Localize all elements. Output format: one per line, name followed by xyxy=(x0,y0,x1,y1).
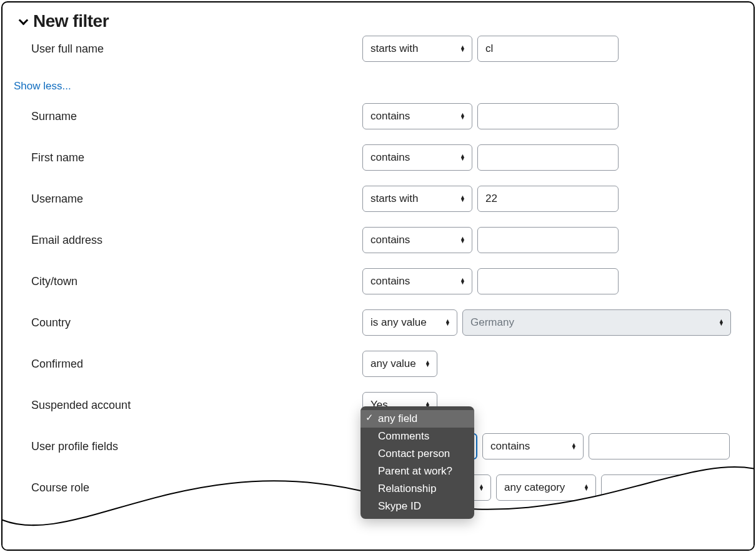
fullname-operator-select[interactable]: starts with ▲▼ xyxy=(362,36,472,62)
firstname-operator-select[interactable]: contains ▲▼ xyxy=(362,144,472,171)
select-arrows-icon: ▲▼ xyxy=(425,361,430,367)
select-arrows-icon: ▲▼ xyxy=(460,46,465,52)
label-email: Email address xyxy=(31,234,362,247)
label-surname: Surname xyxy=(31,110,362,123)
label-country: Country xyxy=(31,316,362,329)
fullname-operator-value: starts with xyxy=(371,43,419,55)
city-operator-select[interactable]: contains ▲▼ xyxy=(362,268,472,294)
country-operator-value: is any value xyxy=(371,316,427,329)
username-operator-select[interactable]: starts with ▲▼ xyxy=(362,186,472,212)
select-arrows-icon: ▲▼ xyxy=(460,113,465,119)
surname-operator-select[interactable]: contains ▲▼ xyxy=(362,103,472,129)
filter-header[interactable]: New filter xyxy=(20,11,742,31)
city-operator-value: contains xyxy=(371,275,410,288)
dropdown-item-comments[interactable]: Comments xyxy=(361,428,474,445)
show-less-link[interactable]: Show less... xyxy=(14,80,71,93)
city-input[interactable] xyxy=(477,268,619,294)
email-input[interactable] xyxy=(477,227,619,253)
confirmed-select[interactable]: any value ▲▼ xyxy=(362,351,437,377)
dropdown-item-any-field[interactable]: any field xyxy=(361,410,474,428)
dropdown-item-contact-person[interactable]: Contact person xyxy=(361,445,474,463)
surname-input[interactable] xyxy=(477,103,619,129)
firstname-input[interactable] xyxy=(477,144,619,171)
profile-operator-value: contains xyxy=(490,440,530,453)
firstname-operator-value: contains xyxy=(371,151,410,164)
row-city: City/town contains ▲▼ xyxy=(31,268,742,295)
label-city: City/town xyxy=(31,275,362,288)
profile-field-dropdown: any field Comments Contact person Parent… xyxy=(361,406,474,519)
fullname-input[interactable] xyxy=(477,36,619,62)
country-value-text: Germany xyxy=(470,316,514,329)
row-email: Email address contains ▲▼ xyxy=(31,226,742,254)
label-enrolled: Enrolled in any course xyxy=(31,523,362,536)
surname-operator-value: contains xyxy=(371,110,410,123)
dropdown-item-skype-id[interactable]: Skype ID xyxy=(361,498,474,515)
label-course-role: Course role xyxy=(31,481,362,494)
label-system-role-fragment: m role xyxy=(47,530,78,543)
label-suspended: Suspended account xyxy=(31,399,362,412)
row-enrolled: Enrolled in any course xyxy=(31,515,742,543)
profile-input[interactable] xyxy=(589,433,730,459)
course-role-input[interactable] xyxy=(601,474,742,501)
label-firstname: First name xyxy=(31,151,362,164)
row-surname: Surname contains ▲▼ xyxy=(31,103,742,130)
country-value-select[interactable]: Germany ▲▼ xyxy=(462,309,731,336)
chevron-down-icon xyxy=(19,15,29,25)
row-firstname: First name contains ▲▼ xyxy=(31,144,742,171)
username-input[interactable] xyxy=(477,186,619,212)
select-arrows-icon: ▲▼ xyxy=(479,484,484,491)
course-category-select[interactable]: any category ▲▼ xyxy=(496,474,596,501)
select-arrows-icon: ▲▼ xyxy=(584,484,589,491)
email-operator-select[interactable]: contains ▲▼ xyxy=(362,227,472,253)
select-arrows-icon: ▲▼ xyxy=(460,154,465,161)
username-operator-value: starts with xyxy=(371,193,419,205)
confirmed-value: any value xyxy=(371,358,416,370)
label-username: Username xyxy=(31,193,362,206)
select-arrows-icon: ▲▼ xyxy=(460,278,465,284)
dropdown-item-relationship[interactable]: Relationship xyxy=(361,480,474,498)
email-operator-value: contains xyxy=(371,234,410,246)
select-arrows-icon: ▲▼ xyxy=(445,319,450,326)
row-country: Country is any value ▲▼ Germany ▲▼ xyxy=(31,309,742,336)
select-arrows-icon: ▲▼ xyxy=(460,196,465,202)
select-arrows-icon: ▲▼ xyxy=(460,237,465,243)
label-profile-fields: User profile fields xyxy=(31,440,362,453)
row-confirmed: Confirmed any value ▲▼ xyxy=(31,350,742,378)
filter-title: New filter xyxy=(33,11,109,31)
course-category-value: any category xyxy=(504,481,565,494)
profile-operator-select[interactable]: contains ▲▼ xyxy=(482,433,584,459)
row-username: Username starts with ▲▼ xyxy=(31,185,742,213)
select-arrows-icon: ▲▼ xyxy=(571,443,577,449)
label-confirmed: Confirmed xyxy=(31,358,362,371)
label-fullname: User full name xyxy=(31,43,362,56)
country-operator-select[interactable]: is any value ▲▼ xyxy=(362,309,457,336)
dropdown-item-parent-at-work[interactable]: Parent at work? xyxy=(361,463,474,480)
select-arrows-icon: ▲▼ xyxy=(719,319,724,326)
row-fullname: User full name starts with ▲▼ xyxy=(31,35,742,63)
